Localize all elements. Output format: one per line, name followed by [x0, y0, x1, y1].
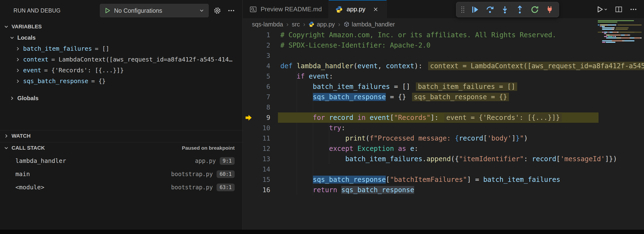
glyph-margin: [243, 81, 256, 92]
debug-config-dropdown[interactable]: No Configurations: [100, 4, 209, 17]
code-line[interactable]: 14: [243, 164, 644, 174]
code-line[interactable]: 5 if event:: [243, 71, 644, 81]
step-into-button[interactable]: [498, 3, 512, 16]
run-python-file-button[interactable]: [596, 5, 608, 13]
variable-row[interactable]: context= LambdaContext([aws_request_id=a…: [0, 54, 242, 65]
code-line[interactable]: 15 sqs_batch_response["batchItemFailures…: [243, 174, 644, 185]
inline-debug-value: sqs_batch_response = {}: [412, 93, 509, 101]
line-number[interactable]: 14: [256, 166, 270, 173]
line-content: for record in event["Records"]:event = {…: [270, 114, 562, 121]
chevron-right-icon: [9, 95, 15, 101]
minimap-line: [598, 27, 642, 28]
code-line[interactable]: 3: [243, 50, 644, 61]
line-content: print(f"Processed message: {record['body…: [270, 134, 528, 142]
code-line[interactable]: 12 except Exception as e:: [243, 143, 644, 154]
code-editor[interactable]: 1# Copyright Amazon.com, Inc. or its aff…: [243, 30, 644, 230]
variable-name: context: [23, 56, 48, 63]
line-number[interactable]: 9: [256, 114, 270, 121]
variable-row[interactable]: sqs_batch_response= {}: [0, 76, 242, 87]
code-line[interactable]: 9 for record in event["Records"]:event =…: [243, 113, 644, 123]
watch-section-header[interactable]: WATCH: [0, 130, 242, 141]
minimap-line: [598, 32, 642, 33]
code-line[interactable]: 1# Copyright Amazon.com, Inc. or its aff…: [243, 30, 644, 40]
scope-locals[interactable]: Locals: [0, 32, 242, 43]
disconnect-button[interactable]: [543, 3, 556, 16]
line-number[interactable]: 16: [256, 186, 270, 194]
code-line[interactable]: 11 print(f"Processed message: {record['b…: [243, 133, 644, 143]
gear-icon[interactable]: [212, 5, 222, 16]
tab-app-py[interactable]: app.py: [329, 0, 387, 19]
line-number[interactable]: 12: [256, 145, 270, 152]
line-number[interactable]: 3: [256, 52, 270, 59]
continue-button[interactable]: [468, 3, 482, 16]
glyph-margin: [243, 40, 256, 50]
frame-file: app.py: [195, 158, 216, 164]
drag-handle-icon[interactable]: [459, 3, 467, 16]
restart-button[interactable]: [528, 3, 542, 16]
minimap-line: [598, 24, 642, 25]
scope-globals[interactable]: Globals: [0, 93, 242, 104]
chevron-down-icon: [604, 7, 608, 11]
stack-frame[interactable]: mainbootstrap.py60:1: [0, 167, 242, 181]
breadcrumb-item[interactable]: sqs-lambda: [252, 21, 283, 28]
glyph-margin: [243, 133, 256, 143]
current-frame-arrow-icon[interactable]: [243, 113, 256, 123]
tab-preview-readme[interactable]: Preview README.md: [243, 0, 329, 19]
start-debug-icon[interactable]: [104, 7, 111, 14]
breadcrumb-item[interactable]: lambda_handler: [344, 21, 395, 28]
line-number[interactable]: 13: [256, 155, 270, 163]
line-number[interactable]: 11: [256, 134, 270, 142]
glyph-margin: [243, 61, 256, 71]
code-line[interactable]: 10 try:: [243, 123, 644, 133]
frame-name: main: [16, 171, 30, 178]
minimap[interactable]: [598, 20, 642, 43]
close-icon[interactable]: [372, 5, 380, 13]
breadcrumb-item[interactable]: src: [292, 21, 300, 28]
line-number[interactable]: 7: [256, 93, 270, 101]
chevron-right-icon: [15, 68, 21, 73]
line-number[interactable]: 5: [256, 73, 270, 80]
line-number[interactable]: 15: [256, 176, 270, 183]
editor-group: Preview README.md app.py: [243, 0, 644, 230]
minimap-line: [598, 42, 642, 43]
scope-locals-label: Locals: [17, 34, 36, 41]
step-out-button[interactable]: [513, 3, 526, 16]
code-line[interactable]: 8: [243, 102, 644, 113]
glyph-margin: [243, 154, 256, 164]
call-stack-section-header[interactable]: CALL STACK Paused on breakpoint: [0, 142, 242, 153]
breadcrumb-separator: ›: [303, 21, 305, 28]
minimap-line: [598, 26, 642, 27]
variable-row[interactable]: event= {'Records': [{...}]}: [0, 65, 242, 76]
code-line[interactable]: 13 batch_item_failures.append({"itemIden…: [243, 154, 644, 164]
line-number[interactable]: 4: [256, 62, 270, 70]
variable-row[interactable]: batch_item_failures= []: [0, 43, 242, 54]
glyph-margin: [243, 71, 256, 81]
code-line[interactable]: 4def lambda_handler(event, context):cont…: [243, 61, 644, 71]
stack-frame[interactable]: lambda_handlerapp.py9:1: [0, 154, 242, 167]
symbol-method-icon: [344, 21, 350, 27]
code-line[interactable]: 2# SPDX-License-Identifier: Apache-2.0: [243, 40, 644, 50]
stack-frame[interactable]: <module>bootstrap.py63:1: [0, 181, 242, 194]
variables-section-header[interactable]: VARIABLES: [0, 21, 242, 32]
line-number[interactable]: 6: [256, 83, 270, 90]
split-editor-icon[interactable]: [615, 6, 622, 13]
window-bottom-edge: [0, 230, 644, 234]
code-line[interactable]: 7 sqs_batch_response = {}sqs_batch_respo…: [243, 92, 644, 102]
breadcrumb-separator: ›: [338, 21, 340, 28]
more-actions-icon[interactable]: [226, 5, 236, 16]
line-number[interactable]: 10: [256, 124, 270, 132]
code-line[interactable]: 6 batch_item_failures = []batch_item_fai…: [243, 81, 644, 92]
code-line[interactable]: 16 return sqs_batch_response: [243, 185, 644, 195]
frame-location-badge: 9:1: [220, 157, 235, 165]
glyph-margin: [243, 164, 256, 174]
line-number[interactable]: 8: [256, 104, 270, 111]
variables-list: batch_item_failures= []context= LambdaCo…: [0, 43, 242, 87]
breadcrumb-separator: ›: [286, 21, 288, 28]
more-actions-icon[interactable]: [630, 5, 637, 13]
breadcrumb-item[interactable]: app.py: [308, 21, 335, 28]
run-and-debug-sidebar: RUN AND DEBUG No Configurations VARIABLE…: [0, 0, 242, 230]
line-number[interactable]: 1: [256, 31, 270, 39]
step-over-button[interactable]: [483, 3, 497, 16]
glyph-margin: [243, 143, 256, 154]
line-number[interactable]: 2: [256, 42, 270, 49]
